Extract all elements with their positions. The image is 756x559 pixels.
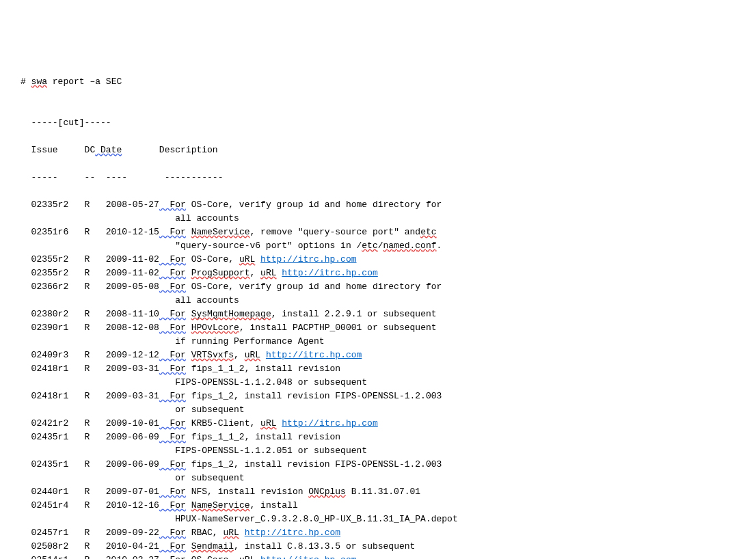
table-row-continuation: or subsequent xyxy=(21,472,756,485)
itrc-link[interactable]: http://itrc.hp.com xyxy=(245,528,340,538)
header-rule: ----- -- ---- ----------- xyxy=(21,171,756,185)
spellcheck: VRTSvxfs xyxy=(191,350,234,360)
table-row: 02435r1 R 2009-06-09 For fips_1_2, insta… xyxy=(21,458,756,472)
table-row-continuation: FIPS-OPENSSL-1.1.2.048 or subsequent xyxy=(21,376,756,390)
table-row-continuation: HPUX-NameServer_C.9.3.2.8.0_HP-UX_B.11.3… xyxy=(21,513,756,526)
itrc-link[interactable]: http://itrc.hp.com xyxy=(282,268,377,278)
spellcheck: uRL xyxy=(223,528,239,538)
table-row-continuation: all accounts xyxy=(21,294,756,308)
table-body: 02335r2 R 2008-05-27 For OS-Core, verify… xyxy=(21,198,756,559)
command-line: # swa report –a SEC xyxy=(21,75,756,89)
table-row: 02366r2 R 2009-05-08 For OS-Core, verify… xyxy=(21,280,756,294)
table-row: 02380r2 R 2008-11-10 For SysMgmtHomepage… xyxy=(21,308,756,321)
header-row: Issue DC Date Description xyxy=(21,144,756,157)
table-row: 02418r1 R 2009-03-31 For fips_1_1_2, ins… xyxy=(21,362,756,376)
table-row: 02390r1 R 2008-12-08 For HPOvLcore, inst… xyxy=(21,321,756,335)
table-row: 02355r2 R 2009-11-02 For OS-Core, uRL ht… xyxy=(21,253,756,267)
spellcheck: uRL xyxy=(260,418,276,428)
document-root: { "cmd_prefix": "# ", "cmd_swa": "swa", … xyxy=(0,14,756,559)
table-row-continuation: if running Performance Agent xyxy=(21,335,756,349)
spellcheck: NameService xyxy=(191,227,250,237)
cut-marker: -----[cut]----- xyxy=(21,116,756,130)
spellcheck: etc xyxy=(420,227,436,237)
table-row: 02351r6 R 2010-12-15 For NameService, re… xyxy=(21,226,756,239)
spellcheck: ProgSupport xyxy=(191,268,250,278)
table-row: 02451r4 R 2010-12-16 For NameService, in… xyxy=(21,499,756,513)
itrc-link[interactable]: http://itrc.hp.com xyxy=(260,254,356,264)
spellcheck: ONCplus xyxy=(308,487,346,497)
spellcheck: uRL xyxy=(239,254,255,264)
spellcheck: HPOvLcore xyxy=(191,323,239,333)
itrc-link[interactable]: http://itrc.hp.com xyxy=(282,418,377,428)
table-row-continuation: FIPS-OPENSSL-1.1.2.051 or subsequent xyxy=(21,444,756,458)
table-row: 02457r1 R 2009-09-22 For RBAC, uRL http:… xyxy=(21,526,756,540)
table-row: 02355r2 R 2009-11-02 For ProgSupport, uR… xyxy=(21,267,756,280)
spellcheck: SysMgmtHomepage xyxy=(191,309,271,319)
spellcheck: uRL xyxy=(239,555,255,559)
table-row: 02514r1 R 2010-03-27 For OS-Core, uRL ht… xyxy=(21,554,756,559)
table-row: 02409r3 R 2009-12-12 For VRTSvxfs, uRL h… xyxy=(21,349,756,362)
spellcheck: uRL xyxy=(245,350,260,360)
spellcheck: Sendmail xyxy=(191,541,234,551)
table-row: 02418r1 R 2009-03-31 For fips_1_2, insta… xyxy=(21,390,756,403)
spellcheck: uRL xyxy=(260,268,276,278)
spellcheck: swa xyxy=(31,77,47,87)
spellcheck: NameService xyxy=(191,500,250,510)
table-row: 02335r2 R 2008-05-27 For OS-Core, verify… xyxy=(21,198,756,212)
table-row-continuation: or subsequent xyxy=(21,403,756,417)
table-row: 02508r2 R 2010-04-21 For Sendmail, insta… xyxy=(21,540,756,554)
table-row: 02440r1 R 2009-07-01 For NFS, install re… xyxy=(21,485,756,499)
itrc-link[interactable]: http://itrc.hp.com xyxy=(260,555,356,559)
table-row: 02435r1 R 2009-06-09 For fips_1_1_2, ins… xyxy=(21,431,756,444)
table-row: 02421r2 R 2009-10-01 For KRB5-Client, uR… xyxy=(21,417,756,431)
table-row-continuation: all accounts xyxy=(21,212,756,226)
itrc-link[interactable]: http://itrc.hp.com xyxy=(266,350,362,360)
table-row-continuation: "query-source-v6 port" options in /etc/n… xyxy=(21,239,756,253)
